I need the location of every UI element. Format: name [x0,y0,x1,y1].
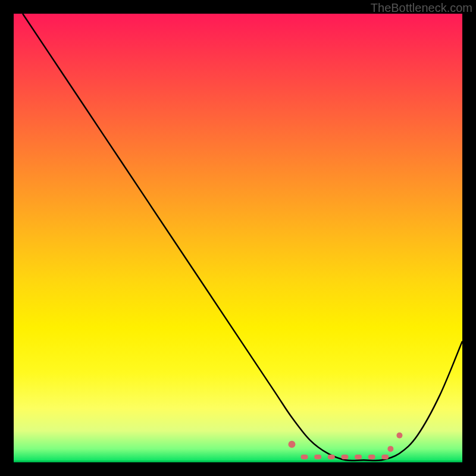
marker-dot [387,446,393,452]
marker-dot [288,441,295,448]
marker-dot [396,433,402,439]
optimal-zone-markers [288,433,402,459]
marker-dash [355,455,362,459]
marker-dash [368,455,375,459]
marker-dash [314,455,321,459]
marker-dash [381,455,389,459]
marker-dash [328,455,335,459]
watermark-text: TheBottleneck.com [371,1,472,15]
bottleneck-chart [14,14,462,462]
curve-path [23,14,462,461]
marker-dash [341,455,348,459]
marker-dash [301,455,308,459]
